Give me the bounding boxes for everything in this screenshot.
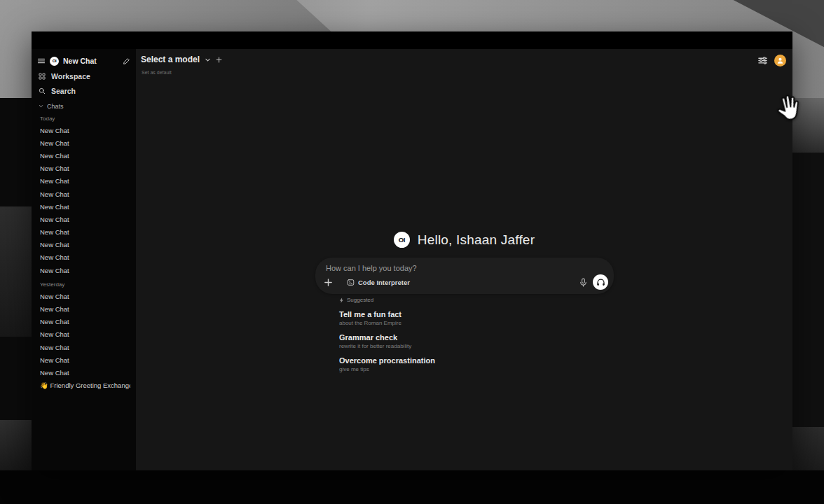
- chat-section-yesterday: Yesterday New Chat New Chat New Chat New…: [37, 281, 130, 392]
- main-area: Select a model Set as default: [136, 49, 792, 470]
- window-titlebar: [32, 31, 792, 49]
- chat-list-yesterday: New Chat New Chat New Chat New Chat New …: [37, 290, 130, 392]
- prompt-title: Tell me a fun fact: [339, 310, 633, 318]
- composer-toolbar: Code Interpreter: [324, 274, 608, 290]
- chat-item[interactable]: New Chat: [37, 188, 130, 200]
- user-avatar[interactable]: [774, 55, 786, 66]
- chat-item[interactable]: New Chat: [37, 251, 130, 264]
- chat-input[interactable]: How can I help you today?: [326, 264, 417, 272]
- suggested-header: Suggested: [339, 297, 633, 303]
- code-interpreter-icon: [347, 279, 355, 286]
- headphones-icon: [596, 278, 605, 287]
- chat-section-label: Today: [37, 115, 130, 122]
- chat-section-today: Today New Chat New Chat New Chat New Cha…: [37, 115, 130, 276]
- chat-composer[interactable]: How can I help you today?: [315, 258, 614, 294]
- model-selector[interactable]: Select a model: [141, 55, 222, 64]
- chat-item[interactable]: New Chat: [37, 200, 130, 213]
- code-interpreter-toggle[interactable]: Code Interpreter: [347, 279, 410, 286]
- wallpaper-right: [792, 98, 824, 470]
- sidebar-item-search[interactable]: Search: [37, 84, 130, 97]
- app-logo[interactable]: OI: [50, 57, 59, 66]
- search-icon: [39, 88, 46, 94]
- code-interpreter-label: Code Interpreter: [358, 279, 410, 286]
- suggested-prompt[interactable]: Tell me a fun fact about the Roman Empir…: [339, 310, 633, 326]
- chevron-down-icon: [39, 104, 43, 108]
- desktop: OI New Chat Workspace: [0, 0, 824, 504]
- chat-item[interactable]: New Chat: [37, 341, 130, 354]
- controls-sliders-icon[interactable]: [757, 55, 768, 66]
- chat-list-today: New Chat New Chat New Chat New Chat New …: [37, 124, 130, 276]
- wallpaper-left: [0, 98, 32, 470]
- chevron-down-icon: [205, 57, 211, 63]
- attach-plus-icon[interactable]: [324, 278, 333, 287]
- chat-item[interactable]: New Chat: [37, 124, 130, 136]
- suggested-label: Suggested: [347, 297, 373, 303]
- chat-item[interactable]: New Chat: [37, 264, 130, 276]
- chat-item[interactable]: New Chat: [37, 226, 130, 239]
- chat-item[interactable]: New Chat: [37, 239, 130, 251]
- model-selector-label: Select a model: [141, 55, 200, 64]
- wallpaper-bottom: [0, 470, 824, 504]
- chats-section-toggle[interactable]: Chats: [37, 102, 130, 111]
- voice-call-button[interactable]: [593, 274, 608, 290]
- greeting: OI Hello, Ishaan Jaffer: [136, 232, 792, 248]
- header-actions: [757, 55, 786, 66]
- chat-item[interactable]: New Chat: [37, 149, 130, 162]
- prompt-subtitle: give me tips: [339, 366, 633, 372]
- sidebar-item-label: Workspace: [51, 72, 90, 80]
- microphone-icon[interactable]: [579, 278, 587, 287]
- sidebar-item-workspace[interactable]: Workspace: [37, 69, 130, 83]
- avatar-user-icon: [776, 57, 784, 64]
- prompt-title: Overcome procrastination: [339, 356, 633, 365]
- sidebar: OI New Chat Workspace: [32, 49, 136, 470]
- new-chat-pencil-icon[interactable]: [123, 57, 130, 65]
- bolt-icon: [339, 298, 344, 303]
- prompt-subtitle: rewrite it for better readability: [339, 343, 633, 349]
- chat-item[interactable]: New Chat: [37, 302, 130, 315]
- sidebar-toggle-icon[interactable]: [37, 57, 46, 65]
- chat-item[interactable]: New Chat: [37, 366, 130, 379]
- wallpaper-patch: [0, 206, 32, 337]
- app-window: OI New Chat Workspace: [32, 31, 792, 470]
- suggested-section: Suggested Tell me a fun fact about the R…: [339, 297, 633, 372]
- app-logo-badge: OI: [394, 232, 410, 248]
- greeting-text: Hello, Ishaan Jaffer: [418, 232, 535, 248]
- chat-item[interactable]: 👋 Friendly Greeting Exchange: [37, 379, 130, 392]
- chat-item[interactable]: New Chat: [37, 354, 130, 366]
- suggested-prompt[interactable]: Overcome procrastination give me tips: [339, 356, 633, 372]
- sidebar-header: OI New Chat: [37, 54, 130, 68]
- suggested-prompts: Tell me a fun fact about the Roman Empir…: [339, 310, 633, 372]
- chat-item[interactable]: New Chat: [37, 136, 130, 149]
- workspace-grid-icon: [39, 73, 46, 80]
- sidebar-item-label: Search: [51, 87, 76, 95]
- prompt-subtitle: about the Roman Empire: [339, 320, 633, 326]
- set-as-default-link[interactable]: Set as default: [142, 70, 172, 75]
- chat-item[interactable]: New Chat: [37, 328, 130, 341]
- prompt-title: Grammar check: [339, 333, 633, 342]
- chat-item[interactable]: New Chat: [37, 175, 130, 188]
- chats-label: Chats: [47, 103, 64, 110]
- sidebar-title[interactable]: New Chat: [63, 57, 97, 65]
- chat-item[interactable]: New Chat: [37, 290, 130, 302]
- chat-item[interactable]: New Chat: [37, 162, 130, 175]
- wallpaper-patch: [0, 420, 32, 470]
- chat-item[interactable]: New Chat: [37, 213, 130, 225]
- suggested-prompt[interactable]: Grammar check rewrite it for better read…: [339, 333, 633, 349]
- chat-item[interactable]: New Chat: [37, 316, 130, 328]
- add-model-icon[interactable]: [216, 57, 222, 63]
- chat-section-label: Yesterday: [37, 281, 130, 288]
